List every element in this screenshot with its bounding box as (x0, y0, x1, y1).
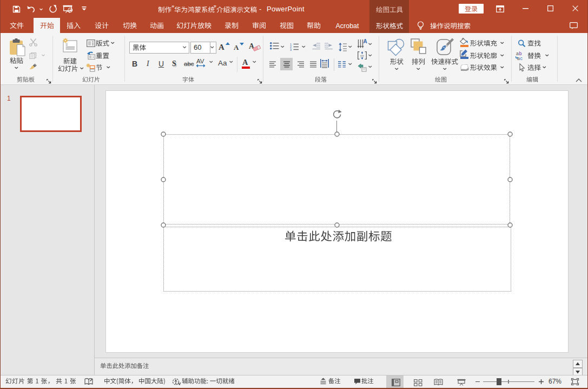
svg-text:3: 3 (290, 48, 292, 51)
svg-text:c: c (520, 56, 523, 61)
svg-text:A: A (364, 38, 367, 44)
